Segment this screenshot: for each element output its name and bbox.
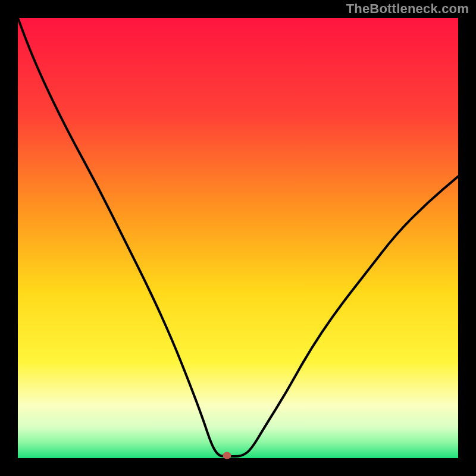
chart-container: TheBottleneck.com — [0, 0, 476, 476]
watermark-text: TheBottleneck.com — [346, 1, 469, 17]
bottleneck-chart — [0, 0, 476, 476]
bottleneck-marker — [223, 452, 231, 459]
